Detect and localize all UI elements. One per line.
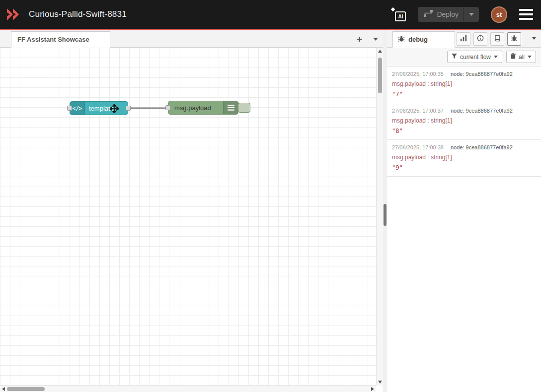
message-value: "9": [392, 164, 536, 171]
message-property[interactable]: msg.payload : string[1]: [392, 154, 536, 161]
vertical-scrollbar[interactable]: [376, 48, 383, 386]
deploy-options-button[interactable]: [464, 13, 479, 16]
message-value: "7": [392, 91, 536, 98]
sidebar-tab-info[interactable]: [473, 32, 487, 46]
scroll-left-icon[interactable]: [2, 387, 5, 391]
message-timestamp: 27/06/2025, 17:00:38: [392, 144, 444, 150]
right-sidebar: debug: [387, 30, 541, 392]
deploy-icon: [424, 10, 433, 19]
clear-scope-label: all: [519, 54, 525, 61]
input-port[interactable]: [165, 105, 170, 110]
wire-layer: [0, 48, 376, 386]
sidebar-tab-debug-icon[interactable]: [507, 32, 521, 46]
scroll-down-icon[interactable]: [378, 381, 382, 384]
node-debug[interactable]: msg.payload: [168, 101, 238, 115]
scroll-right-icon[interactable]: [371, 387, 374, 391]
tabbar-actions: +: [357, 30, 378, 48]
ai-assistant-button[interactable]: AI: [391, 7, 406, 21]
chevron-down-icon: [528, 56, 532, 58]
filter-icon: [452, 54, 457, 61]
trash-icon: [511, 53, 516, 61]
chevron-down-icon: [469, 13, 474, 16]
tab-ff-assistant-showcase[interactable]: FF Assistant Showcase: [11, 31, 110, 48]
sidebar-tab-charts[interactable]: [457, 32, 470, 46]
code-icon: </>: [70, 102, 85, 115]
filter-scope-label: current flow: [460, 54, 491, 61]
message-node-id: node: 9cea886877e0fa92: [451, 71, 513, 77]
sidebar-icon-tabs: [457, 30, 521, 48]
message-property[interactable]: msg.payload : string[1]: [392, 80, 536, 87]
flow-tabbar: FF Assistant Showcase +: [0, 30, 383, 48]
message-meta: 27/06/2025, 17:00:35 node: 9cea886877e0f…: [392, 71, 536, 77]
app-header: Curious-Pallid-Swift-8831 AI Deploy: [0, 0, 541, 30]
debug-message[interactable]: 27/06/2025, 17:00:35 node: 9cea886877e0f…: [387, 66, 541, 103]
sidebar-tab-help[interactable]: [490, 32, 504, 46]
debug-filter-bar: current flow all: [387, 48, 541, 66]
add-flow-button[interactable]: +: [357, 34, 362, 44]
node-red-editor: Curious-Pallid-Swift-8831 AI Deploy: [0, 0, 541, 392]
deploy-button[interactable]: Deploy: [418, 7, 479, 22]
message-property[interactable]: msg.payload : string[1]: [392, 117, 536, 124]
message-meta: 27/06/2025, 17:00:38 node: 9cea886877e0f…: [392, 144, 536, 150]
debug-message-list: 27/06/2025, 17:00:35 node: 9cea886877e0f…: [387, 66, 541, 177]
chevron-down-icon: [494, 56, 498, 58]
flow-list-chevron-icon[interactable]: [373, 38, 378, 41]
deploy-label: Deploy: [437, 10, 459, 18]
message-timestamp: 27/06/2025, 17:00:35: [392, 71, 444, 77]
header-actions: AI Deploy st: [391, 0, 533, 29]
vertical-scroll-thumb[interactable]: [378, 58, 382, 93]
avatar-initials: st: [496, 11, 502, 18]
debug-message[interactable]: 27/06/2025, 17:00:38 node: 9cea886877e0f…: [387, 140, 541, 177]
sidebar-tabbar: debug: [387, 30, 541, 48]
debug-toggle-button[interactable]: [238, 103, 250, 113]
bar-chart-icon: [460, 35, 467, 44]
ai-label: AI: [395, 11, 406, 21]
tab-debug[interactable]: debug: [392, 31, 455, 48]
output-port[interactable]: [126, 106, 131, 111]
flow-canvas[interactable]: </> template msg.payload: [0, 48, 376, 386]
book-icon: [494, 35, 501, 44]
debug-message[interactable]: 27/06/2025, 17:00:37 node: 9cea886877e0f…: [387, 103, 541, 140]
debug-tab-label: debug: [408, 36, 428, 43]
sidebar-menu-chevron-icon[interactable]: [532, 37, 536, 40]
bug-icon: [398, 35, 405, 44]
instance-title: Curious-Pallid-Swift-8831: [29, 9, 127, 19]
node-label: msg.payload: [174, 104, 211, 112]
code-glyph: </>: [73, 105, 82, 112]
move-cursor-icon: [110, 104, 119, 113]
info-icon: [477, 35, 484, 44]
separator-drag-handle[interactable]: [384, 204, 386, 226]
flowfuse-logo-icon[interactable]: [6, 7, 23, 21]
message-node-id: node: 9cea886877e0fa92: [451, 144, 513, 150]
node-template[interactable]: </> template: [70, 101, 128, 115]
message-node-id: node: 9cea886877e0fa92: [451, 108, 513, 114]
debug-list-icon: [223, 101, 238, 114]
sparkle-icon: [391, 7, 395, 11]
sidebar-separator[interactable]: [383, 30, 387, 392]
editor-area: FF Assistant Showcase + </> template: [0, 30, 383, 392]
message-timestamp: 27/06/2025, 17:00:37: [392, 108, 444, 114]
horizontal-scrollbar[interactable]: [0, 385, 376, 392]
bug-icon: [511, 35, 518, 44]
main-menu-icon[interactable]: [519, 9, 533, 20]
horizontal-scroll-thumb[interactable]: [7, 387, 45, 391]
message-meta: 27/06/2025, 17:00:37 node: 9cea886877e0f…: [392, 108, 536, 114]
debug-clear-button[interactable]: all: [506, 51, 536, 63]
scroll-up-icon[interactable]: [378, 50, 382, 53]
user-avatar[interactable]: st: [491, 6, 507, 23]
input-port[interactable]: [67, 106, 72, 111]
debug-filter-button[interactable]: current flow: [447, 51, 502, 63]
flow-tab-label: FF Assistant Showcase: [17, 36, 89, 43]
message-value: "8": [392, 128, 536, 134]
